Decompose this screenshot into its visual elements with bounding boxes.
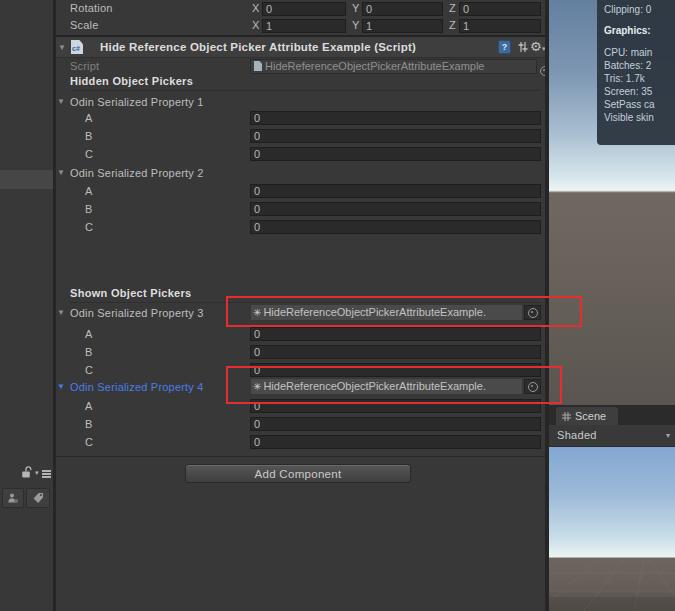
p4-b-field[interactable]: 0 [250,417,541,431]
rotation-x-field[interactable]: 0 [262,2,346,16]
panel-menu-caret-icon[interactable]: ▾ [35,469,39,477]
presets-icon[interactable] [517,41,529,53]
stats-overlay: Clipping: 0 Graphics: CPU: main Batches:… [597,0,675,145]
section-header-shown: Shown Object Pickers [70,287,192,299]
p4-a-label: A [85,399,93,413]
icon-selector-button[interactable] [2,488,24,508]
tab-scene[interactable]: Scene [556,407,618,425]
p1-b-label: B [85,129,93,143]
help-icon[interactable]: ? [498,40,511,54]
stats-cpu: CPU: main [597,46,675,59]
stats-graphics-header: Graphics: [597,24,675,37]
script-field-value: HideReferenceObjectPickerAttributeExampl… [265,60,485,72]
p3-a-label: A [85,327,93,341]
annotation-highlight-p4 [226,366,562,404]
p2-a-label: A [85,184,93,198]
section-header-hidden: Hidden Object Pickers [70,75,193,87]
lock-open-icon[interactable] [21,466,33,479]
stats-clipping: Clipping: 0 [597,3,675,16]
scale-label: Scale [70,18,99,32]
p3-a-field[interactable]: 0 [250,327,541,341]
gear-icon[interactable]: ⚙ [530,39,542,55]
axis-y-label: Y [352,1,360,15]
p3-b-label: B [85,345,93,359]
scale-z-field[interactable]: 1 [459,19,541,33]
p4-c-field[interactable]: 0 [250,435,541,449]
axis-y-label: Y [352,18,360,32]
p4-b-label: B [85,417,93,431]
stats-tris: Tris: 1.7k [597,72,675,85]
p3-label[interactable]: Odin Serialized Property 3 [70,306,204,320]
tag-icon [32,492,44,504]
scale-x-field[interactable]: 1 [262,19,346,33]
csharp-script-icon-label: c# [72,45,80,52]
p1-b-field[interactable]: 0 [250,129,541,143]
p2-foldout-icon[interactable]: ▼ [57,168,65,178]
p2-b-label: B [85,202,93,216]
person-icon [7,492,19,504]
p1-c-label: C [85,147,93,161]
scale-y-field[interactable]: 1 [362,19,443,33]
scene-toolbar: Shaded ▾ [549,425,675,447]
script-label: Script [70,59,99,73]
script-asset-icon [254,61,262,71]
axis-z-label: Z [449,18,456,32]
divider [56,57,545,58]
component-foldout-icon[interactable]: ▼ [58,43,66,53]
annotation-highlight-p3 [226,296,582,327]
axis-x-label: X [252,18,260,32]
p3-b-field[interactable]: 0 [250,345,541,359]
p4-label[interactable]: Odin Serialized Property 4 [70,380,204,394]
tag-button[interactable] [26,488,50,508]
rotation-y-field[interactable]: 0 [362,2,443,16]
dropdown-caret-icon[interactable]: ▾ [666,432,670,440]
stats-setpass: SetPass ca [597,98,675,111]
p2-a-field[interactable]: 0 [250,184,541,198]
divider [70,90,541,91]
p1-a-field[interactable]: 0 [250,111,541,125]
scene-viewport[interactable] [549,447,675,611]
p1-foldout-icon[interactable]: ▼ [57,97,65,107]
rotation-z-field[interactable]: 0 [459,2,541,16]
rotation-label: Rotation [70,1,113,15]
stats-screen: Screen: 35 [597,85,675,98]
p3-c-label: C [85,363,93,377]
p2-b-field[interactable]: 0 [250,202,541,216]
scene-ground-grid [549,447,675,611]
p1-c-field[interactable]: 0 [250,147,541,161]
component-title: Hide Reference Object Picker Attribute E… [100,41,416,53]
p4-foldout-icon[interactable]: ▼ [57,382,65,392]
p2-c-field[interactable]: 0 [250,220,541,234]
stats-batches: Batches: 2 [597,59,675,72]
p1-a-label: A [85,111,93,125]
component-header[interactable]: ▼ c# Hide Reference Object Picker Attrib… [56,35,545,57]
left-panel: ▾ [0,0,53,611]
stats-visible: Visible skin [597,111,675,124]
scene-tabbar: Scene [549,405,675,425]
p1-label[interactable]: Odin Serialized Property 1 [70,95,204,109]
scene-grid-icon [562,412,571,421]
script-field[interactable]: HideReferenceObjectPickerAttributeExampl… [250,59,537,74]
divider [56,456,545,457]
add-component-button[interactable]: Add Component [185,464,411,483]
axis-z-label: Z [449,1,456,15]
p2-label[interactable]: Odin Serialized Property 2 [70,166,204,180]
left-panel-selected-row[interactable] [0,170,53,189]
unity-editor-screenshot: ▾ Rotation X 0 Y 0 Z 0 Scale [0,0,675,611]
tab-scene-label: Scene [575,410,606,422]
draw-mode-dropdown[interactable]: Shaded [549,429,597,441]
p4-c-label: C [85,435,93,449]
panel-menu-icon[interactable] [42,470,51,478]
axis-x-label: X [252,1,260,15]
p2-c-label: C [85,220,93,234]
p3-foldout-icon[interactable]: ▼ [57,308,65,318]
